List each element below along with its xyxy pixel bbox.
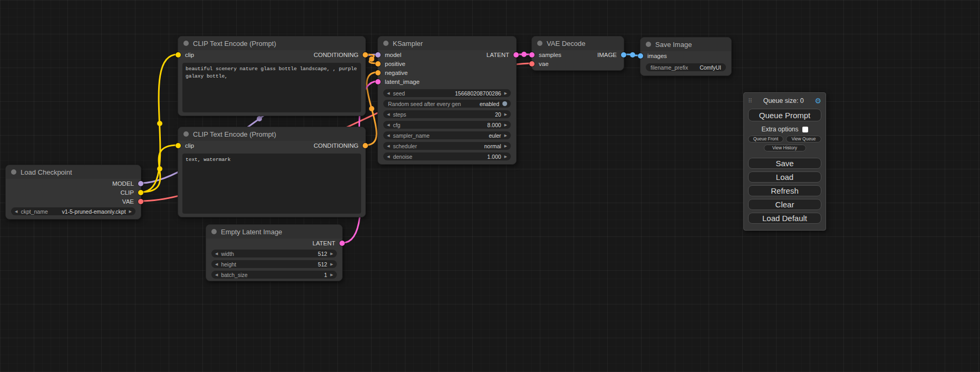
collapse-dot-icon[interactable] xyxy=(383,41,389,46)
queue-prompt-button[interactable]: Queue Prompt xyxy=(748,109,821,121)
output-slot-latent[interactable] xyxy=(513,52,519,58)
node-title-bar[interactable]: CLIP Text Encode (Prompt) xyxy=(178,127,365,141)
decrement-arrow-icon[interactable]: ◀ xyxy=(387,123,390,127)
node-title-bar[interactable]: CLIP Text Encode (Prompt) xyxy=(178,36,365,50)
increment-arrow-icon[interactable]: ▶ xyxy=(504,91,507,95)
prompt-text-input[interactable]: beautiful scenery nature glass bottle la… xyxy=(182,63,361,112)
refresh-button[interactable]: Refresh xyxy=(748,185,821,196)
increment-arrow-icon[interactable]: ▶ xyxy=(504,155,507,158)
input-slot-vae[interactable] xyxy=(529,61,535,66)
height-widget[interactable]: ◀ height 512 ▶ xyxy=(211,260,337,268)
increment-arrow-icon[interactable]: ▶ xyxy=(504,123,507,127)
seed-widget[interactable]: ◀ seed 156680208700286 ▶ xyxy=(383,89,511,97)
settings-gear-icon[interactable]: ⚙ xyxy=(814,97,821,105)
increment-arrow-icon[interactable]: ▶ xyxy=(504,133,507,137)
cfg-widget[interactable]: ◀ cfg 8.000 ▶ xyxy=(383,121,511,129)
decrement-arrow-icon[interactable]: ◀ xyxy=(387,133,390,137)
input-slot-images[interactable] xyxy=(638,53,643,59)
save-button[interactable]: Save xyxy=(748,158,821,169)
decrement-arrow-icon[interactable]: ◀ xyxy=(387,155,390,158)
node-ksampler[interactable]: KSampler model LATENT positive negative … xyxy=(377,36,517,165)
collapse-dot-icon[interactable] xyxy=(183,41,189,46)
decrement-arrow-icon[interactable]: ◀ xyxy=(387,91,390,95)
width-widget[interactable]: ◀ width 512 ▶ xyxy=(211,250,337,257)
node-graph-canvas[interactable]: Load Checkpoint MODEL CLIP VAE ◀ ckpt_na… xyxy=(0,0,980,372)
batch-size-widget[interactable]: ◀ batch_size 1 ▶ xyxy=(211,271,337,279)
node-title-bar[interactable]: Load Checkpoint xyxy=(6,165,141,179)
node-title-bar[interactable]: KSampler xyxy=(378,36,516,50)
node-load-checkpoint[interactable]: Load Checkpoint MODEL CLIP VAE ◀ ckpt_na… xyxy=(5,165,141,220)
collapse-dot-icon[interactable] xyxy=(11,169,16,175)
widget-label: steps xyxy=(393,111,406,118)
input-slot-latent-image[interactable] xyxy=(375,79,381,84)
load-button[interactable]: Load xyxy=(748,171,821,183)
control-after-generate-widget[interactable]: Random seed after every gen enabled xyxy=(383,100,511,108)
drag-handle-icon[interactable]: ⠿ xyxy=(748,98,752,104)
queue-small-buttons-row: Queue Front View Queue xyxy=(748,136,821,142)
ckpt-name-widget[interactable]: ◀ ckpt_name v1-5-pruned-emaonly.ckpt ▶ xyxy=(11,207,135,215)
node-title: CLIP Text Encode (Prompt) xyxy=(193,130,276,138)
increment-arrow-icon[interactable]: ▶ xyxy=(331,262,333,266)
node-vae-decode[interactable]: VAE Decode samples IMAGE vae xyxy=(531,36,624,71)
decrement-arrow-icon[interactable]: ◀ xyxy=(215,273,218,276)
node-clip-text-encode-negative[interactable]: CLIP Text Encode (Prompt) clip CONDITION… xyxy=(178,127,366,217)
widget-label: denoise xyxy=(393,154,412,160)
output-slot-vae[interactable] xyxy=(138,199,143,204)
output-label-vae: VAE xyxy=(122,198,134,205)
node-title-bar[interactable]: Empty Latent Image xyxy=(206,225,342,239)
node-title-bar[interactable]: VAE Decode xyxy=(532,36,624,50)
input-slot-positive[interactable] xyxy=(375,61,381,66)
increment-arrow-icon[interactable]: ▶ xyxy=(504,144,507,148)
collapse-dot-icon[interactable] xyxy=(646,42,651,47)
widget-value: enabled xyxy=(480,101,499,107)
output-slot-image[interactable] xyxy=(621,52,626,58)
output-slot-latent[interactable] xyxy=(339,241,345,246)
input-slot-model[interactable] xyxy=(375,52,381,58)
output-slot-conditioning[interactable] xyxy=(363,52,368,58)
collapse-dot-icon[interactable] xyxy=(537,41,542,46)
input-slot-clip[interactable] xyxy=(176,143,181,148)
increment-arrow-icon[interactable]: ▶ xyxy=(504,112,507,116)
increment-arrow-icon[interactable]: ▶ xyxy=(331,252,333,255)
load-default-button[interactable]: Load Default xyxy=(748,213,821,224)
denoise-widget[interactable]: ◀ denoise 1.000 ▶ xyxy=(383,152,511,160)
node-title-bar[interactable]: Save Image xyxy=(641,37,731,51)
decrement-arrow-icon[interactable]: ◀ xyxy=(387,112,390,116)
wire-midpoint-dot xyxy=(257,116,262,121)
node-empty-latent-image[interactable]: Empty Latent Image LATENT ◀ width 512 ▶ … xyxy=(206,224,343,281)
node-title: CLIP Text Encode (Prompt) xyxy=(193,40,276,47)
scheduler-widget[interactable]: ◀ scheduler normal ▶ xyxy=(383,142,511,150)
steps-widget[interactable]: ◀ steps 20 ▶ xyxy=(383,110,511,118)
input-slot-clip[interactable] xyxy=(176,52,181,58)
slot-row: CLIP xyxy=(6,188,141,197)
widget-value: 156680208700286 xyxy=(455,90,501,97)
filename-prefix-widget[interactable]: filename_prefix ComfyUI xyxy=(646,63,726,71)
view-history-button[interactable]: View History xyxy=(764,145,806,151)
collapse-dot-icon[interactable] xyxy=(211,229,217,234)
node-save-image[interactable]: Save Image images filename_prefix ComfyU… xyxy=(640,37,732,76)
sampler-name-widget[interactable]: ◀ sampler_name euler ▶ xyxy=(383,131,511,139)
decrement-arrow-icon[interactable]: ◀ xyxy=(15,209,17,213)
decrement-arrow-icon[interactable]: ◀ xyxy=(387,144,390,148)
node-clip-text-encode-positive[interactable]: CLIP Text Encode (Prompt) clip CONDITION… xyxy=(178,36,366,116)
output-slot-clip[interactable] xyxy=(138,190,143,195)
widget-value: 512 xyxy=(318,261,327,268)
queue-front-button[interactable]: Queue Front xyxy=(748,136,783,142)
input-slot-negative[interactable] xyxy=(375,70,381,75)
output-slot-conditioning[interactable] xyxy=(363,143,368,148)
increment-arrow-icon[interactable]: ▶ xyxy=(331,273,333,276)
increment-arrow-icon[interactable]: ▶ xyxy=(129,209,132,213)
decrement-arrow-icon[interactable]: ◀ xyxy=(215,252,218,255)
extra-options-checkbox[interactable] xyxy=(802,127,808,132)
collapse-dot-icon[interactable] xyxy=(183,131,189,137)
prompt-text-input[interactable]: text, watermark xyxy=(182,154,361,214)
decrement-arrow-icon[interactable]: ◀ xyxy=(215,262,218,266)
output-slot-model[interactable] xyxy=(138,181,143,186)
view-queue-button[interactable]: View Queue xyxy=(786,136,821,142)
widget-label: scheduler xyxy=(393,143,417,149)
input-slot-samples[interactable] xyxy=(529,52,535,58)
widget-value: 512 xyxy=(318,251,327,257)
clear-button[interactable]: Clear xyxy=(748,199,821,210)
widget-value: 8.000 xyxy=(487,122,501,128)
toggle-on-dot-icon[interactable] xyxy=(502,101,507,106)
